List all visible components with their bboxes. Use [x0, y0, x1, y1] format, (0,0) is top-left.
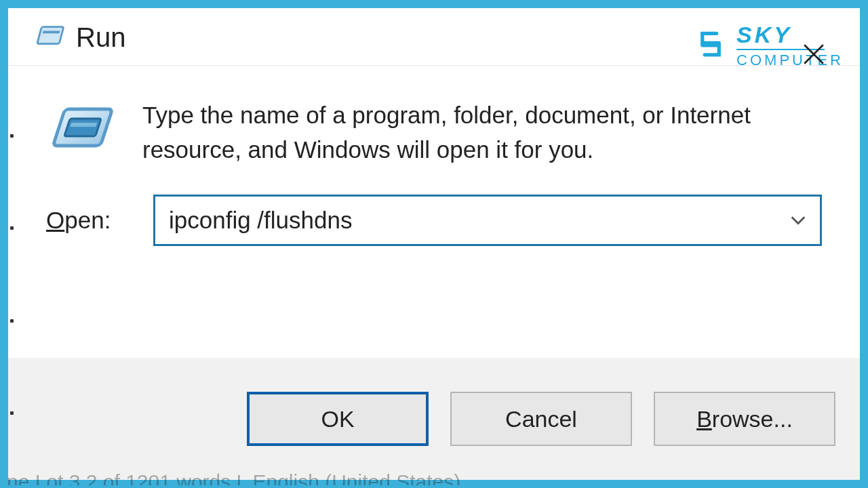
ok-button[interactable]: OK [247, 392, 429, 446]
dialog-title: Run [76, 22, 125, 53]
button-bar: OK Cancel Browse... [8, 358, 860, 480]
browse-button[interactable]: Browse... [654, 392, 835, 446]
open-input[interactable] [169, 207, 806, 234]
cancel-button[interactable]: Cancel [450, 392, 632, 446]
svg-rect-2 [37, 27, 64, 44]
background-bleed-text: ne Lot 3 2 of 1201 words L English (Unit… [7, 470, 861, 485]
watermark-logo-icon [692, 25, 730, 66]
watermark-computer: COMPUTER [736, 53, 844, 68]
open-combobox[interactable] [153, 195, 822, 246]
run-main-icon [46, 98, 121, 167]
decorative-dots [10, 89, 16, 460]
dialog-description: Type the name of a program, folder, docu… [142, 98, 822, 167]
run-title-icon [34, 22, 65, 53]
svg-rect-6 [70, 123, 97, 127]
run-dialog: SKY COMPUTER Run [7, 7, 861, 481]
watermark-sky: SKY [736, 23, 844, 46]
close-button[interactable] [802, 42, 826, 66]
svg-rect-5 [64, 119, 101, 136]
open-label: Open: [46, 207, 127, 234]
svg-rect-3 [43, 30, 60, 33]
dropdown-chevron-icon[interactable] [789, 211, 808, 230]
close-icon [802, 43, 825, 66]
